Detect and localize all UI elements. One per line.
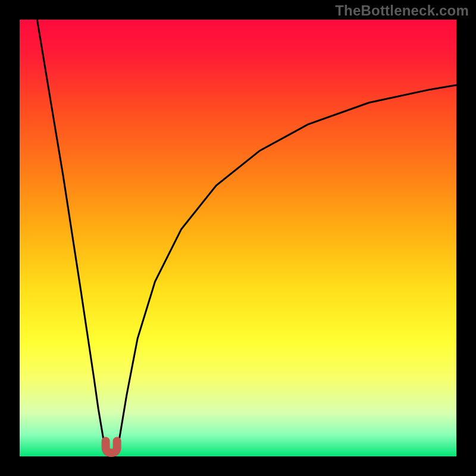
chart-frame: TheBottleneck.com [0,0,476,476]
bottleneck-chart [0,0,476,476]
watermark-text: TheBottleneck.com [335,2,469,19]
plot-background [20,20,456,456]
